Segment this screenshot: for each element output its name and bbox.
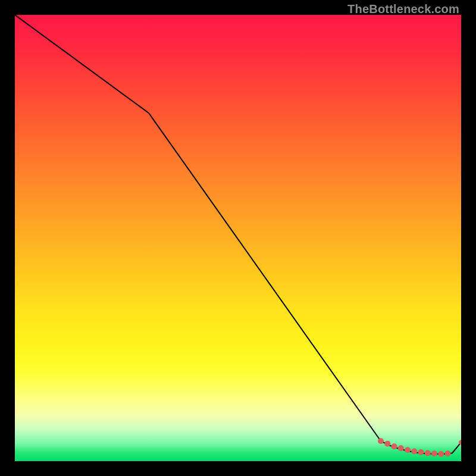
chart-frame: TheBottleneck.com <box>0 0 476 476</box>
watermark-text: TheBottleneck.com <box>347 2 459 16</box>
marker-point <box>418 449 424 455</box>
marker-point <box>445 450 451 456</box>
plot-area <box>15 15 461 461</box>
marker-point <box>384 441 390 447</box>
marker-point <box>438 451 444 457</box>
marker-point <box>392 443 397 449</box>
chart-overlay <box>15 15 461 461</box>
marker-point <box>398 445 404 451</box>
marker-point <box>405 447 411 453</box>
marker-point <box>431 450 437 456</box>
curve-path <box>15 15 461 454</box>
marker-point <box>378 438 384 444</box>
marker-point <box>425 450 431 456</box>
marker-series <box>378 438 461 457</box>
marker-point <box>411 449 417 455</box>
line-series <box>15 15 461 454</box>
